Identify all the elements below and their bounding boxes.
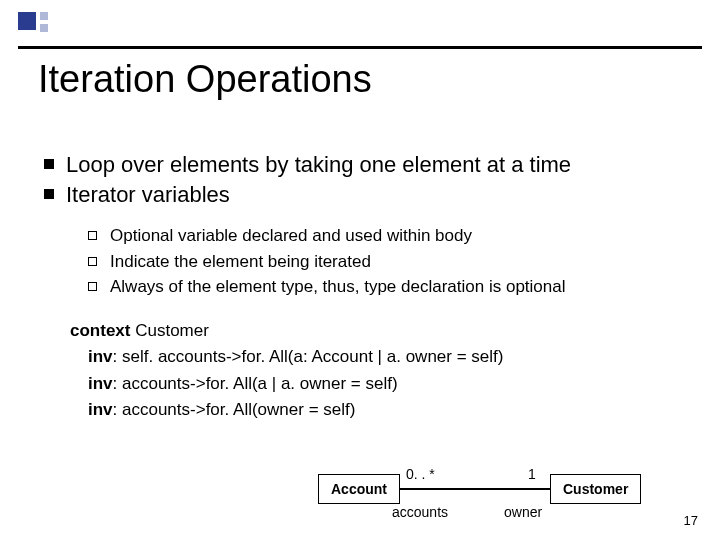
uml-class-account: Account bbox=[318, 474, 400, 504]
bullet-item: Loop over elements by taking one element… bbox=[40, 150, 690, 180]
slide-title: Iteration Operations bbox=[38, 58, 372, 101]
uml-role-right: owner bbox=[504, 504, 542, 520]
context-name: Customer bbox=[130, 321, 208, 340]
bullet-subitem: Optional variable declared and used with… bbox=[88, 223, 690, 249]
slide-body: Loop over elements by taking one element… bbox=[40, 150, 690, 423]
page-number: 17 bbox=[684, 513, 698, 528]
inv-body: : accounts->for. All(owner = self) bbox=[113, 400, 356, 419]
code-line: context Customer bbox=[70, 318, 690, 344]
deco-square-large bbox=[18, 12, 36, 30]
uml-multiplicity-right: 1 bbox=[528, 466, 536, 482]
uml-association-line bbox=[400, 488, 550, 490]
bullet-list-level1: Loop over elements by taking one element… bbox=[40, 150, 690, 209]
deco-square-column bbox=[40, 12, 48, 32]
keyword-inv: inv bbox=[88, 400, 113, 419]
ocl-code-block: context Customer inv: self. accounts->fo… bbox=[70, 318, 690, 423]
bullet-list-level2: Optional variable declared and used with… bbox=[88, 223, 690, 300]
title-rule bbox=[18, 46, 702, 49]
bullet-subitem: Always of the element type, thus, type d… bbox=[88, 274, 690, 300]
corner-decoration bbox=[18, 12, 48, 32]
code-line: inv: self. accounts->for. All(a: Account… bbox=[70, 344, 690, 370]
uml-diagram: Account Customer bbox=[318, 474, 641, 504]
bullet-subitem: Indicate the element being iterated bbox=[88, 249, 690, 275]
deco-square-small bbox=[40, 24, 48, 32]
code-line: inv: accounts->for. All(a | a. owner = s… bbox=[70, 371, 690, 397]
code-line: inv: accounts->for. All(owner = self) bbox=[70, 397, 690, 423]
keyword-inv: inv bbox=[88, 374, 113, 393]
uml-multiplicity-left: 0. . * bbox=[406, 466, 435, 482]
keyword-inv: inv bbox=[88, 347, 113, 366]
bullet-item: Iterator variables bbox=[40, 180, 690, 210]
uml-class-customer: Customer bbox=[550, 474, 641, 504]
uml-role-left: accounts bbox=[392, 504, 448, 520]
inv-body: : self. accounts->for. All(a: Account | … bbox=[113, 347, 504, 366]
inv-body: : accounts->for. All(a | a. owner = self… bbox=[113, 374, 398, 393]
deco-square-small bbox=[40, 12, 48, 20]
keyword-context: context bbox=[70, 321, 130, 340]
